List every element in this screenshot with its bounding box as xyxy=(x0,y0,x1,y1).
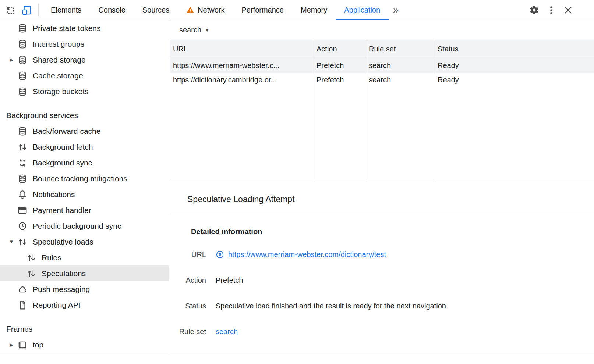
sidebar-item-label: Periodic background sync xyxy=(33,222,121,231)
sidebar-item-shared-storage[interactable]: ▶Shared storage xyxy=(0,52,169,68)
sidebar-item-storage-buckets[interactable]: Storage buckets xyxy=(0,83,169,99)
table-cell-status-row-1[interactable]: Ready xyxy=(434,73,594,87)
tab-console[interactable]: Console xyxy=(90,0,134,20)
table-cell-url-row-0[interactable]: https://www.merriam-webster.c... xyxy=(170,58,313,73)
sidebar-item-back-forward-cache[interactable]: Back/forward cache xyxy=(0,123,169,139)
tab-application[interactable]: Application xyxy=(336,0,389,20)
sidebar-item-bounce-tracking-mitigations[interactable]: Bounce tracking mitigations xyxy=(0,171,169,186)
tree-expanded-icon[interactable]: ▼ xyxy=(5,239,18,245)
table-cell-status-row-0[interactable]: Ready xyxy=(434,58,594,73)
tab-performance[interactable]: Performance xyxy=(233,0,293,20)
detail-value: Speculative load finished and the result… xyxy=(216,302,448,310)
table-column-action: ActionPrefetchPrefetch xyxy=(313,40,365,181)
chevron-down-icon: ▼ xyxy=(205,28,209,33)
sidebar-item-label: Reporting API xyxy=(33,301,81,310)
column-header-action[interactable]: Action xyxy=(313,40,365,58)
detail-value: search xyxy=(216,328,238,336)
sidebar-item-label: Speculative loads xyxy=(33,238,93,246)
sidebar-item-background-fetch[interactable]: Background fetch xyxy=(0,139,169,155)
devtools-toolbar: ElementsConsoleSourcesNetworkPerformance… xyxy=(0,0,594,20)
tab-label: Application xyxy=(344,6,380,14)
tab-label: Network xyxy=(198,6,224,14)
sync-icon xyxy=(18,158,27,168)
detail-row-rule-set: Rule setsearch xyxy=(170,326,594,337)
sidebar-item-payment-handler[interactable]: Payment handler xyxy=(0,202,169,218)
sidebar-item-top[interactable]: ▶top xyxy=(0,337,169,353)
sidebar-item-rules[interactable]: Rules xyxy=(0,250,169,265)
tab-network[interactable]: Network xyxy=(178,0,233,20)
details-heading: Detailed information xyxy=(170,228,594,236)
sidebar-item-background-sync[interactable]: Background sync xyxy=(0,155,169,171)
rule-set-filter-dropdown[interactable]: search ▼ xyxy=(179,26,209,34)
detail-label: Action xyxy=(170,276,206,285)
tab-elements[interactable]: Elements xyxy=(42,0,90,20)
sidebar-item-label: Notifications xyxy=(33,190,75,199)
column-header-rule-set[interactable]: Rule set xyxy=(365,40,434,58)
table-column-rule-set: Rule setsearchsearch xyxy=(365,40,434,181)
detail-label: Status xyxy=(170,302,206,310)
sidebar-item-speculations[interactable]: Speculations xyxy=(0,265,169,281)
inspect-element-button[interactable] xyxy=(3,3,17,17)
tab-label: Elements xyxy=(51,6,81,14)
details-rows: URLhttps://www.merriam-webster.com/dicti… xyxy=(170,249,594,337)
column-header-url[interactable]: URL xyxy=(170,40,313,58)
more-tabs-button[interactable]: » xyxy=(389,5,403,15)
sidebar-item-speculative-loads[interactable]: ▼Speculative loads xyxy=(0,234,169,250)
database-icon xyxy=(18,39,27,49)
table-cell-action-row-0[interactable]: Prefetch xyxy=(313,58,365,73)
sidebar-tree: Private state tokensInterest groups▶Shar… xyxy=(0,20,169,353)
toolbar-right-controls xyxy=(527,3,594,17)
sidebar-item-label: Back/forward cache xyxy=(33,127,100,136)
sidebar-item-push-messaging[interactable]: Push messaging xyxy=(0,281,169,297)
sidebar-item-private-state-tokens[interactable]: Private state tokens xyxy=(0,20,169,36)
sidebar-item-reporting-api[interactable]: Reporting API xyxy=(0,297,169,313)
settings-button[interactable] xyxy=(527,3,541,17)
tab-label: Sources xyxy=(142,6,169,14)
tab-sources[interactable]: Sources xyxy=(134,0,178,20)
frame-icon xyxy=(18,340,27,350)
speculations-toolbar: search ▼ xyxy=(170,20,594,40)
database-icon xyxy=(18,174,27,183)
rule-set-link[interactable]: search xyxy=(216,328,238,336)
sidebar-item-label: Push messaging xyxy=(33,285,90,294)
device-toolbar-button[interactable] xyxy=(20,3,34,17)
sidebar-section-background-services: Background services xyxy=(0,107,169,123)
detail-url-link[interactable]: https://www.merriam-webster.com/dictiona… xyxy=(228,250,386,259)
detail-row-status: StatusSpeculative load finished and the … xyxy=(170,301,594,311)
close-devtools-button[interactable] xyxy=(561,3,575,17)
table-cell-action-row-1[interactable]: Prefetch xyxy=(313,73,365,87)
table-cell-url-row-1[interactable]: https://dictionary.cambridge.or... xyxy=(170,73,313,87)
menu-button[interactable] xyxy=(544,3,558,17)
sidebar-item-label: Cache storage xyxy=(33,71,83,80)
open-link-icon[interactable] xyxy=(216,250,224,259)
detail-row-action: ActionPrefetch xyxy=(170,275,594,285)
arrows-up-down-icon xyxy=(18,142,27,152)
sidebar-item-notifications[interactable]: Notifications xyxy=(0,186,169,202)
device-toolbar-icon xyxy=(22,5,32,15)
sidebar-item-label: Payment handler xyxy=(33,206,91,215)
column-header-status[interactable]: Status xyxy=(434,40,594,58)
arrows-up-down-icon xyxy=(26,269,36,278)
gear-icon xyxy=(529,5,539,15)
tab-label: Performance xyxy=(242,6,284,14)
tab-memory[interactable]: Memory xyxy=(292,0,336,20)
detail-row-url: URLhttps://www.merriam-webster.com/dicti… xyxy=(170,249,594,260)
sidebar-item-label: Shared storage xyxy=(33,56,86,64)
detail-value: https://www.merriam-webster.com/dictiona… xyxy=(216,250,386,259)
close-icon xyxy=(563,5,573,15)
sidebar-item-cache-storage[interactable]: Cache storage xyxy=(0,68,169,83)
inspect-icon xyxy=(5,5,15,15)
warning-icon xyxy=(186,6,194,14)
database-icon xyxy=(18,55,27,65)
sidebar-item-interest-groups[interactable]: Interest groups xyxy=(0,36,169,52)
sidebar-item-label: Private state tokens xyxy=(33,24,100,33)
sidebar-item-periodic-background-sync[interactable]: Periodic background sync xyxy=(0,218,169,234)
tree-collapsed-icon[interactable]: ▶ xyxy=(5,342,18,347)
sidebar-item-label: Storage buckets xyxy=(33,87,89,96)
table-cell-rule-set-row-1[interactable]: search xyxy=(365,73,434,87)
tree-collapsed-icon[interactable]: ▶ xyxy=(5,57,18,63)
table-cell-rule-set-row-0[interactable]: search xyxy=(365,58,434,73)
arrows-up-down-icon xyxy=(26,253,36,263)
sidebar-item-label: Background sync xyxy=(33,158,92,167)
sidebar-section-frames: Frames xyxy=(0,321,169,337)
